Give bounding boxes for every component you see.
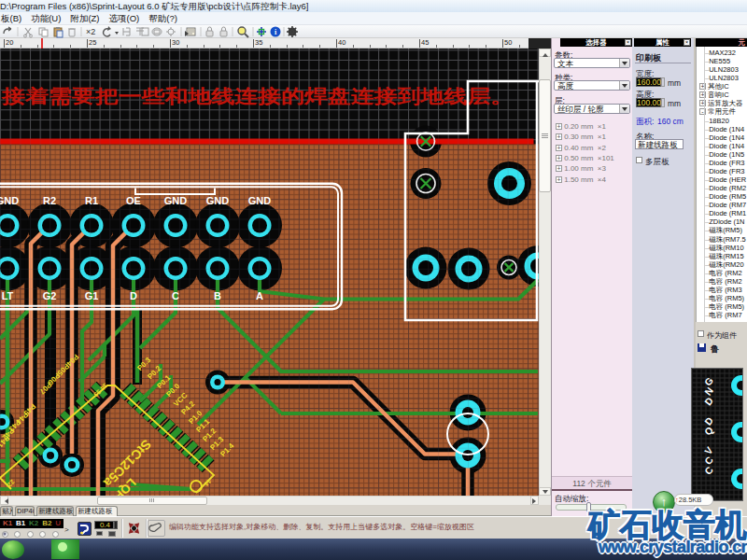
svg-text:B: B <box>214 290 221 301</box>
svg-text:×2: ×2 <box>86 27 95 36</box>
svg-text:G2: G2 <box>43 290 57 301</box>
svg-text:C: C <box>172 290 179 301</box>
svg-text:OE: OE <box>126 195 141 206</box>
svg-text:GND: GND <box>248 195 272 206</box>
svg-text:G1: G1 <box>85 290 99 301</box>
svg-text:R2: R2 <box>43 195 56 206</box>
svg-text:LT: LT <box>2 290 14 301</box>
svg-text:GND: GND <box>164 195 188 206</box>
svg-text:A: A <box>256 290 263 301</box>
svg-text:D: D <box>130 290 137 301</box>
svg-text:GND: GND <box>206 195 230 206</box>
svg-text:GND: GND <box>0 195 19 206</box>
svg-text:R1: R1 <box>85 195 98 206</box>
